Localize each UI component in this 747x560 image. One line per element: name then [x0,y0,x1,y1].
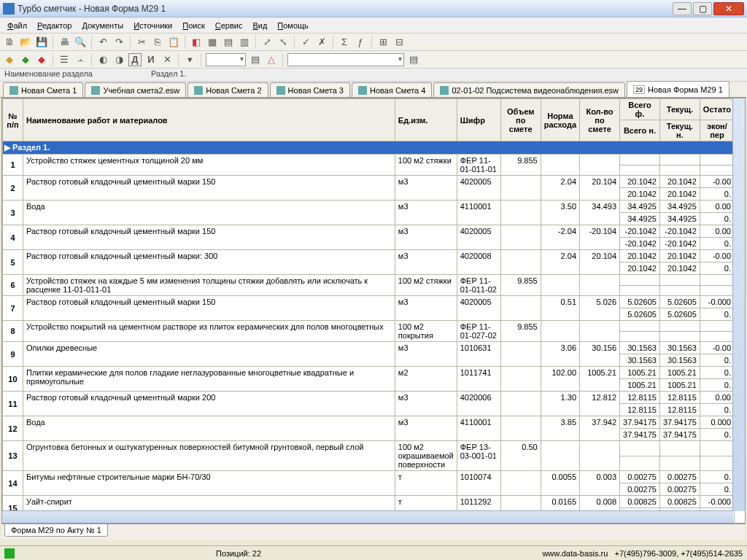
col-name[interactable]: Наименование работ и материалов [23,99,395,141]
menu-service[interactable]: Сервис [211,20,247,31]
tool-icon[interactable]: ▥ [238,36,251,49]
col-code[interactable]: Шифр [457,99,500,141]
tab-smeta-2[interactable]: Новая Смета 2 [187,82,268,97]
col-remain2[interactable]: экон/пер [700,120,734,141]
breadcrumb-label: Наименование раздела [4,69,93,80]
status-indicator-icon [4,548,15,559]
status-phones: +7(495)796-3009, +7(495)514-2635 [614,549,743,558]
tab-smeta-1[interactable]: Новая Смета 1 [3,82,83,97]
tool-icon[interactable]: ƒ [354,36,367,49]
table-row[interactable]: 2Раствор готовый кладочный цементный мар… [3,176,735,188]
tool-icon[interactable]: ✕ [160,53,174,66]
print-icon[interactable]: 🖶 [58,36,71,49]
col-num[interactable]: № п/п [3,99,23,141]
tool-icon[interactable]: ⊟ [392,36,406,49]
tab-study[interactable]: Учебная смета2.esw [85,82,186,97]
tool-icon[interactable]: ☰ [58,53,71,66]
menu-help[interactable]: Помощь [273,20,313,31]
tool-icon[interactable]: ⫠ [74,53,87,66]
menu-search[interactable]: Поиск [178,20,209,31]
data-grid: № п/п Наименование работ и материалов Ед… [2,98,735,524]
copy-icon[interactable]: ⎘ [151,36,164,49]
tool-icon[interactable]: ◆ [19,53,32,66]
menu-documents[interactable]: Документы [77,20,128,31]
tool-icon[interactable]: ▤ [222,36,235,49]
doc-icon [276,86,285,95]
redo-icon[interactable]: ↷ [112,36,125,49]
table-row[interactable]: 8Устройство покрытий на цементном раство… [3,321,735,332]
tool-icon[interactable]: ▾ [183,53,196,66]
menubar: Файл Редактор Документы Источники Поиск … [0,18,747,34]
table-row[interactable]: 5Раствор готовый кладочный цементный мар… [3,250,735,262]
table-row[interactable]: 10Плитки керамические для полов гладкие … [3,367,735,379]
bottom-tab-form[interactable]: Форма М29 по Акту № 1 [4,524,108,537]
table-row[interactable]: 1Устройство стяжек цементных толщиной 20… [3,155,735,166]
table-row[interactable]: 12Водам341100013.8537.94237.9417537.9417… [3,416,735,429]
col-curr[interactable]: Текущ. [659,99,700,120]
toolbar-2: ◆ ◆ ◆ ☰ ⫠ ◐ ◑ Д И ✕ ▾ ▤ △ ▤ [0,51,747,69]
document-tabs: Новая Смета 1 Учебная смета2.esw Новая С… [0,82,747,98]
menu-file[interactable]: Файл [3,20,31,31]
section-header-row[interactable]: ▶ Раздел 1. [3,141,735,155]
tool-icon[interactable]: Д [128,53,142,66]
tool-icon[interactable]: ▤ [407,53,420,66]
tab-smeta-4[interactable]: Новая Смета 4 [352,82,432,97]
tool-icon[interactable]: ⊞ [376,36,390,49]
undo-icon[interactable]: ↶ [96,36,109,49]
tool-icon[interactable]: ◑ [112,53,125,66]
new-doc-icon[interactable]: 🗎 [3,36,16,49]
menu-editor[interactable]: Редактор [33,20,76,31]
bottom-tabstrip: Форма М29 по Акту № 1 [1,524,746,540]
table-row[interactable]: 13Огрунтовка бетонных и оштукатуренных п… [3,441,735,456]
table-row[interactable]: 15Уайт-спиритт10112920.01650.0080.008250… [3,496,735,508]
table-row[interactable]: 9Опилки древесныем310106313.0630.15630.1… [3,342,735,354]
table-subrow[interactable]: 0.008250.008250. [3,508,735,521]
col-volume[interactable]: Объем по смете [500,99,541,141]
minimize-button[interactable]: — [673,2,692,15]
tool-icon[interactable]: ▤ [249,53,262,66]
menu-sources[interactable]: Источники [129,20,177,31]
breadcrumb-value: Раздел 1. [151,69,187,80]
tab-m29[interactable]: 29Новая Форма М29 1 [627,81,729,97]
open-icon[interactable]: 📂 [19,36,32,49]
col-unit[interactable]: Ед.изм. [395,99,457,141]
col-norm[interactable]: Норма расхода [541,99,579,141]
table-row[interactable]: 7Раствор готовый кладочный цементный мар… [3,296,735,308]
grid-viewport[interactable]: № п/п Наименование работ и материалов Ед… [1,98,746,524]
tool-icon[interactable]: ✓ [299,36,312,49]
combo-1[interactable] [206,53,246,66]
table-row[interactable]: 11Раствор готовый кладочный цементный ма… [3,392,735,404]
tab-smeta-3[interactable]: Новая Смета 3 [270,82,350,97]
table-row[interactable]: 16Гладкая облицовка стен, столбов, пиляс… [3,521,735,524]
tool-icon[interactable]: И [144,53,158,66]
menu-view[interactable]: Вид [248,20,271,31]
table-row[interactable]: 3Водам341100013.5034.49334.492534.49250.… [3,201,735,213]
tool-icon[interactable]: ◐ [96,53,109,66]
table-row[interactable]: 4Раствор готовый кладочный цементный мар… [3,225,735,238]
col-remain[interactable]: Остато [700,99,734,120]
col-curr-n[interactable]: Текущ. н. [659,120,700,141]
col-qty[interactable]: Кол-во по смете [580,99,620,141]
table-row[interactable]: 14Битумы нефтяные строительные марки БН-… [3,471,735,483]
tab-video[interactable]: 02-01-02 Подсистема видеонаблюдения.esw [433,82,625,97]
col-total-f[interactable]: Всего ф. [620,99,660,120]
cut-icon[interactable]: ✂ [135,36,148,49]
tool-icon[interactable]: △ [265,53,278,66]
tool-icon[interactable]: ▦ [206,36,219,49]
statusbar: Позиций: 22 www.data-basis.ru +7(495)796… [0,545,747,560]
tool-icon[interactable]: ◆ [35,53,48,66]
preview-icon[interactable]: 🔍 [74,36,87,49]
tool-icon[interactable]: ⤢ [260,36,274,49]
tool-icon[interactable]: ⤡ [276,36,290,49]
table-row[interactable]: 6Устройство стяжек на каждые 5 мм измене… [3,275,735,286]
col-total-n[interactable]: Всего н. [620,120,660,141]
maximize-button[interactable]: ▢ [693,2,712,15]
tool-icon[interactable]: ◆ [3,53,16,66]
tool-icon[interactable]: ✗ [315,36,328,49]
paste-icon[interactable]: 📋 [167,36,180,49]
close-button[interactable]: ✕ [713,2,744,15]
tool-icon[interactable]: Σ [338,36,351,49]
save-icon[interactable]: 💾 [35,36,48,49]
tool-icon[interactable]: ◧ [190,36,203,49]
combo-2[interactable] [287,53,404,66]
